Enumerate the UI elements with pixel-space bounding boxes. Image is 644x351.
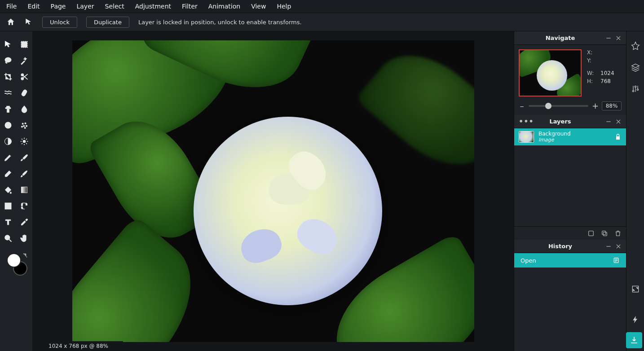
cutout-tool[interactable]: [19, 72, 29, 82]
svg-rect-19: [589, 231, 594, 236]
expand-strip-icon[interactable]: [631, 285, 640, 294]
canvas-image[interactable]: [72, 40, 474, 342]
menu-filter[interactable]: Filter: [182, 3, 198, 10]
disperse-tool[interactable]: [3, 120, 13, 130]
wand-tool[interactable]: [19, 56, 29, 66]
crop-tool[interactable]: [3, 72, 13, 82]
close-icon[interactable]: [615, 35, 622, 41]
canvas-area[interactable]: [32, 31, 514, 351]
image-flower-decoration: [194, 117, 382, 305]
nav-w-value: 1024: [600, 70, 614, 76]
svg-point-9: [23, 125, 25, 127]
history-item[interactable]: Open: [514, 253, 626, 268]
zoom-tool[interactable]: [3, 233, 13, 243]
sponge-tool[interactable]: [19, 120, 29, 130]
right-dock: Navigate X: Y: W:1024 H:768 – + 88% •••: [514, 31, 626, 351]
svg-rect-22: [606, 246, 610, 246]
navigate-zoom-control: – + 88%: [514, 101, 626, 115]
shape-tool[interactable]: [3, 201, 13, 211]
menu-animation[interactable]: Animation: [208, 3, 240, 10]
svg-rect-0: [21, 41, 27, 47]
layer-thumbnail[interactable]: [519, 131, 534, 143]
zoom-out-button[interactable]: –: [519, 101, 525, 110]
duplicate-layer-icon[interactable]: [601, 230, 608, 237]
minimize-icon[interactable]: [605, 118, 612, 125]
text-tool[interactable]: [3, 217, 13, 227]
nav-h-value: 768: [600, 78, 611, 84]
close-icon[interactable]: [615, 118, 622, 125]
pen-tool[interactable]: [3, 153, 13, 162]
menu-edit[interactable]: Edit: [27, 3, 40, 10]
lock-icon[interactable]: [614, 133, 622, 140]
menu-adjustment[interactable]: Adjustment: [135, 3, 171, 10]
svg-rect-14: [21, 187, 27, 193]
hand-tool[interactable]: [19, 233, 29, 243]
canvas-workspace: 1024 x 768 px @ 88%: [32, 31, 514, 351]
svg-point-6: [22, 123, 23, 124]
history-action-icon: [613, 257, 620, 264]
svg-point-1: [5, 57, 11, 62]
foreground-color-swatch[interactable]: [7, 253, 21, 268]
svg-point-11: [24, 127, 26, 128]
download-button[interactable]: [626, 332, 642, 348]
menu-file[interactable]: File: [6, 3, 17, 10]
toolbox: [0, 31, 32, 351]
menu-page[interactable]: Page: [51, 3, 66, 10]
gradient-tool[interactable]: [19, 185, 29, 195]
nav-h-label: H:: [587, 78, 596, 84]
dodge-tool[interactable]: [3, 136, 13, 146]
unlock-button[interactable]: Unlock: [42, 17, 77, 28]
navigate-panel-body: X: Y: W:1024 H:768: [514, 45, 626, 101]
heal-tool[interactable]: [19, 88, 29, 98]
nav-x-label: X:: [587, 49, 596, 56]
nav-w-label: W:: [587, 70, 596, 76]
navigate-panel-header: Navigate: [514, 31, 626, 45]
zoom-value-input[interactable]: 88%: [602, 101, 622, 110]
home-icon[interactable]: [6, 18, 15, 26]
menu-help[interactable]: Help: [277, 3, 291, 10]
navigate-strip-icon[interactable]: [631, 41, 640, 50]
liquify-tool[interactable]: [3, 88, 13, 98]
layer-row[interactable]: Background Image: [514, 128, 626, 145]
frame-tool[interactable]: [19, 201, 29, 211]
swap-colors-icon[interactable]: [22, 252, 28, 259]
layer-type: Image: [538, 137, 571, 143]
minimize-icon[interactable]: [605, 243, 612, 250]
navigate-thumbnail[interactable]: [519, 49, 582, 97]
add-layer-icon[interactable]: [587, 230, 595, 237]
menu-select[interactable]: Select: [105, 3, 124, 10]
svg-rect-21: [603, 232, 607, 236]
move-tool[interactable]: [3, 39, 13, 49]
layers-menu-icon[interactable]: •••: [519, 118, 534, 125]
eraser-tool[interactable]: [3, 169, 13, 179]
blur-tool[interactable]: [19, 104, 29, 114]
gear-tool-icon[interactable]: [19, 136, 29, 146]
bolt-strip-icon[interactable]: [631, 315, 640, 324]
fill-tool[interactable]: [3, 185, 13, 195]
eyedropper-tool[interactable]: [19, 217, 29, 227]
minimize-icon[interactable]: [605, 35, 612, 41]
brush-tool[interactable]: [19, 153, 29, 162]
adjust-strip-icon[interactable]: [631, 84, 640, 93]
zoom-in-button[interactable]: +: [592, 101, 598, 110]
zoom-slider-thumb[interactable]: [545, 103, 551, 109]
marquee-tool[interactable]: [19, 39, 29, 49]
zoom-slider[interactable]: [529, 105, 588, 107]
lasso-tool[interactable]: [3, 56, 13, 66]
menu-view[interactable]: View: [251, 3, 266, 10]
download-icon: [630, 336, 639, 345]
svg-point-13: [23, 140, 26, 143]
clone-tool[interactable]: [3, 104, 13, 114]
navigate-title: Navigate: [519, 35, 602, 41]
layer-name: Background: [538, 131, 571, 137]
close-icon[interactable]: [615, 243, 622, 250]
delete-layer-icon[interactable]: [614, 230, 622, 237]
svg-point-10: [21, 126, 22, 127]
color-swatches[interactable]: [5, 253, 27, 276]
layers-panel-body: Background Image: [514, 128, 626, 226]
arrow-tool-indicator-icon[interactable]: [24, 18, 33, 26]
menu-layer[interactable]: Layer: [76, 3, 94, 10]
smudge-tool[interactable]: [19, 169, 29, 179]
layers-strip-icon[interactable]: [631, 63, 640, 72]
duplicate-button[interactable]: Duplicate: [86, 17, 129, 28]
